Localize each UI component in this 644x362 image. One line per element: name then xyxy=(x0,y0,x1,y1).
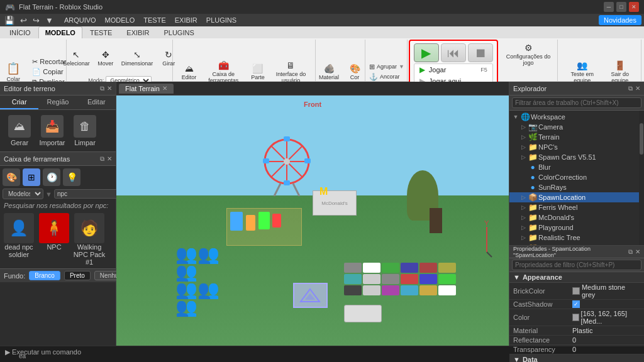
tree-mcdonalds[interactable]: ▷ 📁 McDonald's xyxy=(509,212,644,222)
data-section-header[interactable]: ▼ Data xyxy=(509,354,644,362)
qa-arrow[interactable]: ▼ xyxy=(43,15,55,26)
toolbox-cat-paint[interactable]: 🎨 xyxy=(3,168,20,186)
terrain-tab-criar[interactable]: Criar xyxy=(0,96,38,109)
maximize-button[interactable]: □ xyxy=(616,2,626,12)
fundo-branco-btn[interactable]: Branco xyxy=(29,271,60,280)
parar-button[interactable]: ⏹ xyxy=(468,43,493,62)
appearance-arrow: ▼ xyxy=(513,273,520,281)
terrain-header-btns: ⧉ ✕ xyxy=(100,85,112,92)
explorer-undock-btn[interactable]: ⧉ xyxy=(628,85,633,92)
spawnloc-arrow: ▷ xyxy=(519,194,527,200)
tree-npcs[interactable]: ▷ 📁 NPC's xyxy=(509,142,644,152)
novidades-button[interactable]: Novidades xyxy=(599,15,641,25)
terrain-tab-regiao[interactable]: Região xyxy=(38,96,77,109)
spawn-location-pad xyxy=(293,283,328,308)
tree-spawncar[interactable]: ▷ 📁 Spawn Cars V5.51 xyxy=(509,152,644,162)
menu-modelo[interactable]: MODELO xyxy=(101,15,139,25)
qa-redo[interactable]: ↪ xyxy=(31,15,42,26)
tree-spawnlocation[interactable]: ▷ 📦 SpawnLocation xyxy=(509,192,644,202)
tree-blur[interactable]: ● Blur xyxy=(509,162,644,172)
viewport[interactable]: Flat Terrain ✕ Front xyxy=(116,82,509,346)
menubar: 💾 ↩ ↪ ▼ ARQUIVO MODELO TESTE EXIBIR PLUG… xyxy=(0,14,644,26)
terrain-undock-btn[interactable]: ⧉ xyxy=(100,85,104,92)
dimensionar-button[interactable]: ⤡ Dimensionar xyxy=(118,48,157,69)
props-close-btn[interactable]: ✕ xyxy=(635,248,640,256)
toolbox-item-1[interactable]: 🧍 NPC xyxy=(38,213,70,266)
mover-button[interactable]: ✥ Mover xyxy=(94,48,117,69)
toolbox-cat-grid[interactable]: ⊞ xyxy=(23,168,40,186)
props-filter-input[interactable] xyxy=(512,260,641,270)
scene-3d[interactable]: Front xyxy=(116,96,509,346)
appearance-header[interactable]: ▼ Appearance xyxy=(509,272,644,283)
qa-undo[interactable]: ↩ xyxy=(18,15,29,26)
toolbox-item-0[interactable]: 👤 dead npc soldier xyxy=(3,213,35,266)
tree-colorcorr[interactable]: ● ColorCorrection xyxy=(509,172,644,182)
parte-button[interactable]: ⬜ Parte xyxy=(247,62,269,82)
explorer-close-btn[interactable]: ✕ xyxy=(635,85,640,92)
cor-button[interactable]: 🎨 Cor xyxy=(343,62,366,82)
selecionar-button[interactable]: ↖ Selecionar xyxy=(60,48,93,69)
tree-realistictree1[interactable]: ▷ 📁 Realistic Tree xyxy=(509,233,644,243)
terrain-tab-editar[interactable]: Editar xyxy=(77,96,116,109)
tree-ferriswheel[interactable]: ▷ 📁 Ferris Wheel xyxy=(509,202,644,212)
toolbox-undock-btn[interactable]: ⧉ xyxy=(100,155,104,163)
ribbon-tab-exibir[interactable]: EXIBIR xyxy=(119,26,156,38)
ribbon-tab-teste[interactable]: TESTE xyxy=(83,26,119,38)
tree-workspace[interactable]: ▼ 🌐 Workspace xyxy=(509,112,644,122)
toolbox-cat-recent[interactable]: 🕐 xyxy=(43,168,60,186)
ferris-arrow: ▷ xyxy=(519,204,527,211)
vp-tab-terrain[interactable]: Flat Terrain ✕ xyxy=(119,84,174,94)
menu-arquivo[interactable]: ARQUIVO xyxy=(60,15,100,25)
ribbon-tab-home[interactable]: INÍCIO xyxy=(3,26,38,38)
qa-save[interactable]: 💾 xyxy=(3,15,16,26)
color-value: [163, 162, 165] [Med... xyxy=(572,310,640,325)
editor-button[interactable]: ⛰ Editor xyxy=(178,62,201,82)
retornar-button[interactable]: ⏮ xyxy=(441,43,466,62)
terrain-tool-importar[interactable]: 📥 Importar xyxy=(38,115,67,146)
toolbox-item-img-0: 👤 xyxy=(4,213,34,243)
mcdonalds-arrow: ▷ xyxy=(519,214,527,221)
tree-terrain[interactable]: ▷ 🌿 Terrain xyxy=(509,132,644,142)
window-title: Flat Terrain - Roblox Studio xyxy=(19,3,103,11)
toolbox-section: Caixa de ferramentas ⧉ ✕ 🎨 ⊞ 🕐 💡 Modelos… xyxy=(0,151,116,268)
explorer-search-input[interactable] xyxy=(512,97,641,108)
props-undock-btn[interactable]: ⧉ xyxy=(628,248,633,256)
config-button[interactable]: ⚙ Configurações do jogo xyxy=(503,41,554,68)
terrain-tool-gerar[interactable]: ⛰ Gerar xyxy=(5,115,34,146)
castshadow-checkbox[interactable]: ✓ xyxy=(572,300,580,308)
status-command[interactable]: ▶ Executar um comando xyxy=(5,348,81,356)
workspace: Editor de terreno ⧉ ✕ Criar Região Edita… xyxy=(0,82,644,346)
executar-button[interactable]: ▶ xyxy=(414,43,439,62)
vp-tab-close[interactable]: ✕ xyxy=(162,85,167,92)
ribbon-tab-modelo[interactable]: MODELO xyxy=(38,26,82,38)
ribbon-tab-plugins[interactable]: PLUGINS xyxy=(157,26,201,38)
terrain-tool-limpar[interactable]: 🗑 Limpar xyxy=(70,115,99,146)
material-button[interactable]: 🪨 Material xyxy=(316,62,342,82)
close-button[interactable]: ✕ xyxy=(629,2,639,12)
transparency-value: 0 xyxy=(572,346,640,353)
toolbox-filter-select[interactable]: Modelos xyxy=(3,189,43,199)
mcdonalds-icon: 📁 xyxy=(528,213,537,222)
minimize-button[interactable]: ─ xyxy=(604,2,614,12)
ancorar-button[interactable]: ⚓ Ancorar xyxy=(367,72,407,82)
jogar-menu-item[interactable]: ▶ Jogar F5 xyxy=(414,64,492,75)
explorer-scrollbar[interactable] xyxy=(639,111,644,245)
explorer-header-btns: ⧉ ✕ xyxy=(628,85,640,92)
workspace-icon: 🌐 xyxy=(521,112,530,121)
color-name: Color xyxy=(513,314,570,321)
tree-realistictree2[interactable]: ▷ 📁 Realistic Tree xyxy=(509,243,644,245)
tree-playground[interactable]: ▷ 📁 Playground xyxy=(509,222,644,233)
terrain-close-btn[interactable]: ✕ xyxy=(107,85,112,92)
fundo-preto-btn[interactable]: Preto xyxy=(64,271,91,280)
menu-exibir[interactable]: EXIBIR xyxy=(171,15,201,25)
playground-area xyxy=(226,208,302,246)
agrupar-button[interactable]: ⊞ Agrupar ▼ xyxy=(367,62,407,72)
toolbox-close-btn[interactable]: ✕ xyxy=(107,155,112,163)
tree-sunrays[interactable]: ● SunRays xyxy=(509,182,644,192)
tree-camera[interactable]: ▷ 📷 Camera xyxy=(509,122,644,132)
toolbox-cat-light[interactable]: 💡 xyxy=(63,168,80,186)
toolbox-item-2[interactable]: 🧑 Walking NPC Pack #1 xyxy=(73,213,106,266)
brickcolor-swatch xyxy=(572,287,580,295)
menu-plugins[interactable]: PLUGINS xyxy=(203,15,240,25)
menu-teste[interactable]: TESTE xyxy=(140,15,169,25)
